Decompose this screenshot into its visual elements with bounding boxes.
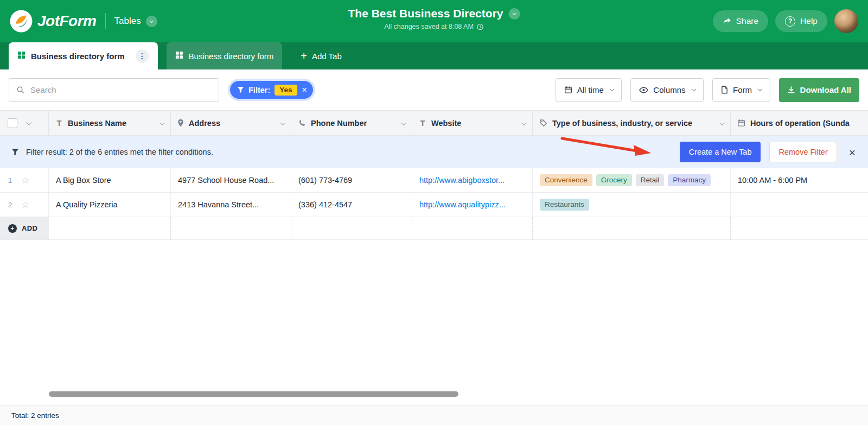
chevron-down-icon xyxy=(691,87,695,91)
autosave-status: All changes saved at 8:08 AM xyxy=(348,23,520,30)
logo-text: JotForm xyxy=(37,12,97,30)
cell-phone[interactable]: (336) 412-4547 xyxy=(291,193,412,217)
share-button[interactable]: Share xyxy=(713,10,768,32)
website-link[interactable]: http://www.aqualitypizz... xyxy=(419,200,506,209)
toolbar-right: All time Columns Form xyxy=(556,78,859,102)
empty-cell[interactable] xyxy=(533,217,731,239)
columns-dropdown[interactable]: Columns xyxy=(630,78,704,102)
star-favorite-icon[interactable]: ☆ xyxy=(21,176,29,185)
cell-address[interactable]: 2413 Havanna Street... xyxy=(171,193,291,217)
column-header-address[interactable]: Address xyxy=(171,111,291,135)
header-left: JotForm Tables xyxy=(10,10,157,33)
location-pin-icon xyxy=(177,119,184,127)
filter-chip[interactable]: Filter: Yes × xyxy=(230,81,313,99)
banner-actions: Create a New Tab Remove Filter × xyxy=(680,142,857,162)
row-index-cell: 1 ☆ xyxy=(0,168,49,192)
download-icon xyxy=(787,86,795,94)
remove-filter-button[interactable]: Remove Filter xyxy=(769,142,837,162)
empty-cell[interactable] xyxy=(412,217,533,239)
all-time-dropdown[interactable]: All time xyxy=(556,78,622,102)
filter-result-banner: Filter result: 2 of the 6 entries met th… xyxy=(0,136,868,168)
column-header-hours-of-operation[interactable]: Hours of operation (Sunda xyxy=(731,111,868,135)
title-chevron-down-icon[interactable] xyxy=(508,8,520,20)
banner-close-icon[interactable]: × xyxy=(849,147,856,158)
help-label: Help xyxy=(800,16,818,26)
app-header: JotForm Tables The Best Business Directo… xyxy=(0,0,868,42)
status-bar: Total: 2 entries xyxy=(0,405,868,425)
chevron-down-icon[interactable] xyxy=(720,120,724,125)
search-box xyxy=(9,78,219,102)
download-all-button[interactable]: Download All xyxy=(779,78,859,102)
table-header-row: T Business Name Address Phone Number T W… xyxy=(0,110,868,136)
tag-pharmacy: Pharmacy xyxy=(668,174,711,186)
cell-address[interactable]: 4977 School House Road... xyxy=(171,168,291,192)
tab-business-directory-form-2[interactable]: Business directory form xyxy=(167,42,283,69)
chevron-down-icon[interactable] xyxy=(280,120,285,125)
column-header-phone-number[interactable]: Phone Number xyxy=(291,111,412,135)
jotform-tables-app: JotForm Tables The Best Business Directo… xyxy=(0,0,868,425)
question-mark-icon: ? xyxy=(785,16,795,27)
table-grid-icon xyxy=(175,51,183,61)
tables-menu[interactable]: Tables xyxy=(114,16,157,27)
column-header-website[interactable]: T Website xyxy=(412,111,533,135)
empty-cell[interactable] xyxy=(291,217,412,239)
jotform-logo[interactable]: JotForm xyxy=(10,10,97,33)
tag-restaurants: Restaurants xyxy=(540,199,589,211)
chevron-down-icon[interactable] xyxy=(522,120,526,125)
empty-cell[interactable] xyxy=(731,217,868,239)
website-link[interactable]: http://www.abigboxstor... xyxy=(419,176,505,185)
cell-hours[interactable]: 10:00 AM - 6:00 PM xyxy=(731,168,868,192)
cell-business-name[interactable]: A Quality Pizzeria xyxy=(49,193,171,217)
text-type-icon: T xyxy=(55,118,63,128)
column-header-type-of-business[interactable]: Type of business, industry, or service xyxy=(533,111,731,135)
plus-icon: + xyxy=(301,50,307,61)
toolbar: Filter: Yes × All time Columns xyxy=(0,69,868,110)
add-label: ADD xyxy=(22,224,37,232)
cell-business-name[interactable]: A Big Box Store xyxy=(49,168,171,192)
select-all-cell xyxy=(0,111,49,135)
filter-chip-close-icon[interactable]: × xyxy=(302,85,307,95)
horizontal-scrollbar[interactable] xyxy=(49,391,458,397)
chevron-down-icon[interactable] xyxy=(27,119,31,124)
calendar-icon xyxy=(564,86,572,94)
form-dropdown[interactable]: Form xyxy=(712,78,770,102)
header-right: Share ? Help xyxy=(713,9,858,33)
create-new-tab-button[interactable]: Create a New Tab xyxy=(680,142,761,162)
row-number: 1 xyxy=(8,176,12,185)
empty-cell[interactable] xyxy=(49,217,171,239)
cell-business-type[interactable]: Restaurants xyxy=(533,193,731,217)
cell-website[interactable]: http://www.aqualitypizz... xyxy=(412,193,533,217)
chevron-down-icon xyxy=(758,87,762,91)
search-input[interactable] xyxy=(29,85,212,95)
jotform-leaf-icon xyxy=(10,10,33,33)
filter-funnel-icon xyxy=(11,148,19,156)
cell-website[interactable]: http://www.abigboxstor... xyxy=(412,168,533,192)
plus-icon: + xyxy=(8,224,17,233)
chevron-down-icon[interactable] xyxy=(160,120,164,125)
share-label: Share xyxy=(736,16,758,26)
column-header-business-name[interactable]: T Business Name xyxy=(49,111,171,135)
chevron-down-icon xyxy=(610,87,614,91)
calendar-icon xyxy=(737,119,745,127)
select-all-checkbox[interactable] xyxy=(8,118,17,128)
add-tab-button[interactable]: + Add Tab xyxy=(291,42,351,69)
filter-funnel-icon xyxy=(237,86,244,93)
chevron-down-icon[interactable] xyxy=(401,120,406,125)
user-avatar[interactable] xyxy=(834,9,858,33)
search-icon xyxy=(16,86,24,94)
tab-kebab-menu-icon[interactable]: ⋮ xyxy=(136,49,149,63)
help-button[interactable]: ? Help xyxy=(775,10,827,32)
tab-business-directory-form-active[interactable]: Business directory form ⋮ xyxy=(9,42,158,69)
tag-icon xyxy=(539,119,547,127)
cell-hours[interactable] xyxy=(731,193,868,217)
tables-chevron-down-icon[interactable] xyxy=(146,16,157,27)
tag-retail: Retail xyxy=(636,174,665,186)
star-favorite-icon[interactable]: ☆ xyxy=(21,200,29,210)
cell-phone[interactable]: (601) 773-4769 xyxy=(291,168,412,192)
add-entry-button[interactable]: + ADD xyxy=(0,217,49,239)
cell-business-type[interactable]: Convenience Grocery Retail Pharmacy xyxy=(533,168,731,192)
empty-cell[interactable] xyxy=(171,217,291,239)
tag-convenience: Convenience xyxy=(540,174,592,186)
table-row: 1 ☆ A Big Box Store 4977 School House Ro… xyxy=(0,168,868,193)
phone-icon xyxy=(298,119,306,127)
